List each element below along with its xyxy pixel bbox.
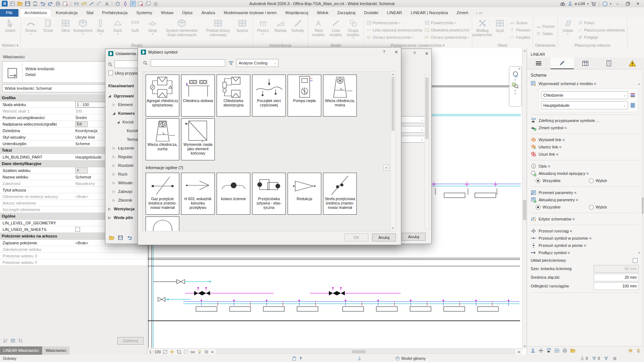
radio-wszystkie[interactable] xyxy=(536,178,540,183)
symbol-help-icon[interactable]: ? xyxy=(383,50,385,55)
qat-customize-icon[interactable] xyxy=(152,1,159,7)
ribbon-button-grupa-modelu[interactable]: Grupa modelu▾ xyxy=(345,17,361,43)
tree-collapsed-icon[interactable]: ▷ xyxy=(113,103,116,106)
ribbon-button-szyb[interactable]: Szyb xyxy=(492,17,508,43)
tree-collapsed-icon[interactable]: ▷ xyxy=(108,207,112,211)
linear-action-wyświetl-link[interactable]: Wyświetl link < xyxy=(531,136,640,143)
cancel-button[interactable]: Anuluj xyxy=(372,233,396,241)
linear-tab-edit[interactable] xyxy=(551,58,574,69)
pin-icon[interactable] xyxy=(298,356,303,361)
temporary-hide-icon[interactable] xyxy=(190,349,195,354)
scroll-right-icon[interactable]: ► xyxy=(518,350,522,354)
ribbon-tab-linear-narz-dzia[interactable]: LINEAR | Narzędzia xyxy=(406,9,452,17)
filter-funnel-icon[interactable] xyxy=(603,356,609,361)
ribbon-button-poręcz[interactable]: Poręcz▾ xyxy=(255,17,271,43)
symbol-tile-transition-zone[interactable]: Strefa przejściowa średnica znamio­nowa/… xyxy=(323,173,357,215)
symbol-tile-chiller-compression[interactable]: Agregat chłodniczy sprężarkowy xyxy=(146,75,179,117)
tree-collapsed-icon[interactable]: ▷ xyxy=(108,216,112,219)
ribbon-button-ściana[interactable]: Ściana▾ xyxy=(22,17,39,43)
navbar-close-icon[interactable]: ⊗ xyxy=(518,67,520,70)
linear-scroll-thumb[interactable] xyxy=(642,197,644,214)
bulb-icon[interactable] xyxy=(635,348,641,354)
ribbon-button-strop[interactable]: Strop▾ xyxy=(144,17,161,43)
tree-collapsed-icon[interactable]: ▷ xyxy=(113,155,116,159)
linear-action-wyprowadź-schemat-z-modelu[interactable]: Wyprowadź schemat z modelu <▲ xyxy=(531,80,640,87)
ribbon-button-rampa[interactable]: Rampa xyxy=(272,17,289,43)
property-row[interactable]: Zakotwiczenie widoku xyxy=(0,246,147,253)
sort-descending-icon[interactable] xyxy=(17,338,24,344)
grid-scroll-thumb[interactable] xyxy=(392,77,394,131)
zoom-tool-icon[interactable] xyxy=(511,81,519,89)
tree-collapsed-icon[interactable]: ▷ xyxy=(113,146,116,150)
symbol-grid-scrollbar[interactable]: ▲ ▼ xyxy=(390,72,395,231)
group-collapse-icon[interactable]: ▲ xyxy=(383,165,389,171)
status-counter[interactable]: 0 xyxy=(591,356,600,361)
building-book-icon[interactable] xyxy=(630,102,636,108)
ribbon-tab-wstaw[interactable]: Wstaw xyxy=(156,9,178,17)
move-pipe-icon[interactable] xyxy=(538,348,544,354)
property-row[interactable]: Położenie widoku X xyxy=(0,253,147,259)
ribbon-button-pomieszczenie[interactable]: Pomieszczenie▾ xyxy=(366,20,422,26)
line-sketch-icon[interactable] xyxy=(88,1,95,7)
ui-grid-icon[interactable] xyxy=(9,1,15,7)
settings-scroll-thumb[interactable] xyxy=(425,77,428,139)
radio-wybór[interactable] xyxy=(589,205,594,210)
home-view-icon[interactable] xyxy=(114,1,121,7)
hide-assigned-row[interactable]: Ukryj przypisa xyxy=(108,71,140,75)
symbol-tile-partial-network-start[interactable]: Początek sieci częściowej xyxy=(252,75,286,117)
ribbon-button-drzwi[interactable]: Drzwi xyxy=(40,17,57,43)
ribbon-button-według-powierzchni[interactable]: Według powierzchni xyxy=(474,17,491,43)
property-value-button[interactable]: Ed xyxy=(75,121,88,127)
print-icon[interactable] xyxy=(562,348,568,354)
revit-logo-icon[interactable]: R xyxy=(1,1,8,7)
vertical-scrollbar[interactable]: ▲ ▼ xyxy=(522,48,527,349)
linear-tab-table[interactable] xyxy=(574,58,597,69)
show-crop-icon[interactable] xyxy=(183,349,188,354)
navigation-bar[interactable]: ⊗ 2D ▾ ▾ ◎ xyxy=(509,66,522,107)
help-icon[interactable]: ? xyxy=(602,1,608,7)
symbol-search-input[interactable] xyxy=(151,59,225,67)
ribbon-tab-widok[interactable]: Widok xyxy=(313,9,333,17)
tree-collapsed-icon[interactable]: ▷ xyxy=(113,172,116,176)
cascade-windows-icon[interactable] xyxy=(145,1,151,7)
ribbon-tab-linear[interactable]: LINEAR xyxy=(382,9,406,17)
tree-collapsed-icon[interactable]: ▷ xyxy=(113,181,116,185)
gear[interactable] xyxy=(612,356,617,361)
sync-icon[interactable] xyxy=(32,1,38,7)
shadows-icon[interactable] xyxy=(169,349,175,354)
ribbon-button-tekst-modelu[interactable]: ATekst modelu xyxy=(310,17,327,43)
ribbon-button-oznacz-powierzchnię[interactable]: Oznacz powierzchnię▾ xyxy=(425,34,469,41)
dim-modify-icon[interactable] xyxy=(73,1,79,7)
tree-collapsed-icon[interactable]: ▷ xyxy=(113,198,116,202)
tree-expanded-icon[interactable]: ◢ xyxy=(117,120,121,124)
ribbon-button-podział-ściany-osłonowej[interactable]: Podział ściany osłonowej xyxy=(203,17,233,43)
tree-expanded-icon[interactable]: ◢ xyxy=(108,94,112,98)
linear-action-zmień-symbol[interactable]: Zmień symbol < xyxy=(531,124,640,131)
tree-collapsed-icon[interactable]: ▷ xyxy=(113,190,116,193)
checkbox[interactable] xyxy=(633,258,637,263)
close-button[interactable]: ✕ xyxy=(634,1,642,7)
linear-action-przesuń-symbol-w-poziomie[interactable]: Przesuń symbol w poziomie < xyxy=(531,235,640,242)
ribbon-tab-konstrukcja[interactable]: Konstrukcja xyxy=(51,9,82,17)
linear-action-podłącz-symbol[interactable]: Podłącz symbol <▼ xyxy=(531,249,640,256)
ribbon-button-oznacz-pomieszczenie[interactable]: Oznacz pomieszczenie▾ xyxy=(366,34,422,41)
symbol-tile-cooling-tower-wet[interactable]: Wieża chłodnicza, mokra xyxy=(323,75,357,117)
ribbon-button-dach[interactable]: Dach▾ xyxy=(109,17,126,43)
ribbon-tab-architektura[interactable]: Architektura xyxy=(20,9,51,17)
linear-action-edytor-schematów[interactable]: Edytor schematów < xyxy=(531,215,640,223)
redo-icon[interactable] xyxy=(47,1,53,7)
linear-action-przesuń-symbol-w-pionie[interactable]: Przesuń symbol w pionie < xyxy=(531,242,640,249)
panel-scroll-up-icon[interactable]: ▲ xyxy=(638,83,640,85)
linear-action-aktualizuj-moduł-opisujący[interactable]: Aktualizuj moduł opisujący < xyxy=(531,170,640,177)
field-input[interactable]: 100 mm xyxy=(594,282,639,290)
ribbon-button-poziom[interactable]: Poziom xyxy=(536,23,555,30)
design-option-control[interactable]: Model główny xyxy=(395,356,426,361)
field-input[interactable]: 20 mm xyxy=(594,274,639,281)
symbol-close-icon[interactable]: ✕ xyxy=(394,50,398,55)
linear-check-układ-pierścieniowy[interactable]: Układ pierścieniowy xyxy=(531,256,640,264)
linear-action-aktualizuj-parametry[interactable]: Aktualizuj parametry < xyxy=(531,196,640,203)
crop-view-icon[interactable] xyxy=(176,349,181,354)
help-menu-chevron-icon[interactable]: ▾ xyxy=(610,2,611,5)
constraints-icon[interactable] xyxy=(204,349,209,354)
sort-sections-icon[interactable] xyxy=(10,338,16,344)
